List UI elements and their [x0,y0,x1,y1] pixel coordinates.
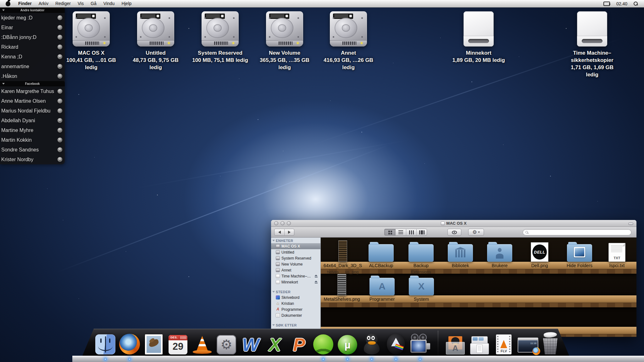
forward-button[interactable] [284,229,294,235]
menu-vis[interactable]: Vis [74,0,87,8]
buddy-row[interactable]: .Håkon× [0,71,65,81]
window-titlebar[interactable]: MAC OS X [271,220,636,227]
buddy-row[interactable]: Martine Myhre− [0,125,65,135]
dock-system-preferences[interactable]: ⚙ [215,332,238,354]
icon-view-button[interactable] [385,229,395,235]
buddy-row[interactable]: Krister Nordby× [0,155,65,164]
dock-excel[interactable]: X [264,332,286,354]
dock-vlc[interactable] [191,332,214,354]
desktop-drive-new-volume[interactable]: New Volume365,35 GB, …35 GB ledig [256,11,313,71]
dock-utorrent[interactable]: µ [336,332,359,354]
removable-icon [276,274,280,278]
sidebar-section-sok-etter[interactable]: SØK ETTER [271,323,320,328]
action-menu-button[interactable]: ⚙ [468,229,484,236]
desktop-drive-annet[interactable]: Annet416,93 GB, …26 GB ledig [320,11,377,71]
spotlight-icon[interactable] [634,2,638,6]
menu-hjelp[interactable]: Hjelp [118,0,135,8]
buddy-row[interactable]: annemartine× [0,62,65,71]
folder-backup-extensions[interactable] [408,244,434,262]
dock-trash[interactable] [539,332,562,354]
folder-alcbackup[interactable] [369,244,394,262]
running-indicator [370,358,373,360]
buddy-row[interactable]: :DBånn jonny:D [0,32,65,42]
sidebar-item-programmer[interactable]: AProgrammer [271,306,320,312]
sidebar-item-system-reserved[interactable]: System Reserved [271,255,320,261]
file-metalshelves-png[interactable] [337,274,346,295]
file-label: MetalShelves.png [324,296,360,302]
dock-finder[interactable] [94,332,117,354]
list-view-button[interactable] [395,229,406,235]
buddy-row[interactable]: Marius Nordal Fjeldbu [0,106,65,116]
dock-word[interactable]: W [239,332,262,354]
folder-system[interactable]: X [409,278,434,295]
menu-rediger[interactable]: Rediger [52,0,74,8]
dock-movie-player[interactable] [409,332,431,354]
folder-hide-folders[interactable] [567,244,592,262]
sidebar-item-skrivebord[interactable]: Skrivebord [271,294,320,300]
sidebar-item-kristian[interactable]: ⌂Kristian [271,300,320,306]
menu-ga[interactable]: Gå [87,0,100,8]
back-button[interactable] [275,229,284,235]
buddy-row[interactable]: Sondre Sandnes× [0,145,65,155]
desktop-drive-system-reserved[interactable]: System Reserved100 MB, 75,1 MB ledig [192,11,248,64]
sidebar-item-dokumenter[interactable]: Dokumenter [271,312,320,318]
apple-menu-icon[interactable] [6,1,10,6]
folder-programmer[interactable]: A [369,278,395,295]
sidebar-item-new-volume[interactable]: New Volume [271,261,320,267]
buddy-group-header[interactable]: Facebook [0,81,65,86]
dock-firefox[interactable] [118,332,141,354]
coverflow-view-button[interactable] [416,229,427,235]
file-dell-png[interactable]: DELL [531,242,548,262]
dock-flv-file[interactable]: FLV [492,332,515,354]
back-forward-control[interactable] [274,229,294,236]
buddy-row[interactable]: Karen Margrethe Tuhus [0,86,65,96]
view-mode-control[interactable] [384,229,427,236]
buddy-row[interactable]: kjeder meg :D [0,13,65,23]
sidebar-item-untitled[interactable]: Untitled [271,249,320,255]
buddy-row[interactable]: Rickard [0,42,65,52]
menu-clock[interactable]: 02.40 [616,1,627,6]
menu-vindu[interactable]: Vindu [100,0,118,8]
quick-look-button[interactable] [447,229,461,236]
dock-minimized-firefox-window[interactable]: 11:16 [517,332,539,354]
menu-finder[interactable]: Finder [15,0,35,8]
dock-adium[interactable] [360,332,383,354]
buddy-group-header[interactable]: Andre kontakter [0,8,65,13]
buddy-row[interactable]: Martin Kokkin× [0,135,65,145]
sidebar-section-enheter[interactable]: ENHETER [271,238,320,243]
sidebar-item-minnekort[interactable]: Minnekort [271,279,320,285]
hdd-icon [276,256,280,260]
sidebar-item-mac-os-x[interactable]: MAC OS X [271,243,320,249]
hard-drive-icon [73,11,110,47]
buddy-row[interactable]: Anne Martine Olsen [0,96,65,106]
dock-perian[interactable] [385,332,407,354]
buddy-row[interactable]: Abdellah Dyani× [0,116,65,125]
dock-ical[interactable]: DES.29 [167,332,189,354]
buddy-row[interactable]: Kenna ;D× [0,52,65,62]
eject-icon[interactable] [314,275,318,277]
file-64x64-dark-3d-shelves[interactable] [338,240,347,262]
folder-bibliotek[interactable] [448,244,473,262]
desktop-drive-untitled[interactable]: Untitled48,73 GB, 9,75 GB ledig [127,11,184,71]
dock-spotify[interactable] [312,332,335,354]
eject-icon[interactable] [314,281,318,283]
file-lspci-txt[interactable]: TXT [608,243,625,262]
sidebar-item-annet[interactable]: Annet [271,267,320,273]
toolbar-toggle-button[interactable] [628,222,633,225]
column-view-button[interactable] [406,229,416,235]
sidebar-section-steder[interactable]: STEDER [271,289,320,294]
desktop-drive-mac-os-x[interactable]: MAC OS X100,41 GB, …01 GB ledig [63,11,119,71]
desktop-drive-time-machine[interactable]: Time Machine–sikkerhetskopier1,71 GB, 1,… [564,11,620,78]
search-field[interactable] [523,229,631,235]
dock-powerpoint[interactable]: P [288,332,310,354]
dock-mail[interactable] [142,332,165,354]
buddy-row[interactable]: Einar [0,23,65,32]
desktop-drive-minnekort[interactable]: Minnekort1,89 GB, 20 MB ledig [450,11,507,64]
hard-drive-icon [137,11,174,47]
folder-brukere[interactable] [487,244,512,262]
menu-arkiv[interactable]: Arkiv [35,0,52,8]
display-mirroring-icon[interactable] [603,2,610,6]
sidebar-item-time-machine[interactable]: Time Machine–… [271,273,320,279]
dock-documents-stack[interactable] [468,332,491,354]
dock-applications-stack[interactable]: A [444,332,467,354]
